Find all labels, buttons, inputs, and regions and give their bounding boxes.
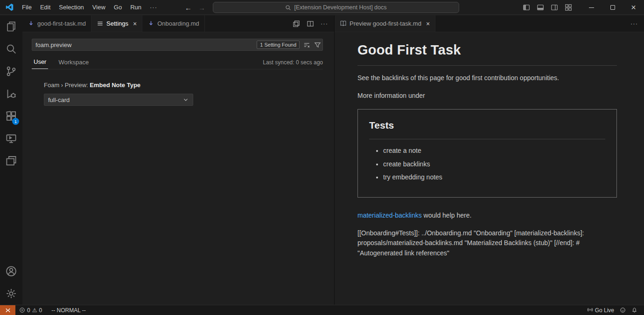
close-button[interactable]: × (623, 0, 644, 15)
menu-view[interactable]: View (88, 0, 110, 14)
settings-scope-tabs: User Workspace Last synced: 0 secs ago (32, 56, 323, 69)
list-item: create backlinks (383, 159, 605, 170)
title-bar: File Edit Selection View Go Run ··· ← → … (0, 0, 644, 15)
setting-item-embed-note-type: Foam › Preview: Embed Note Type full-car… (44, 82, 323, 106)
statusbar-right: Go Live (584, 305, 644, 315)
embedded-note-title: Tests (369, 110, 605, 139)
tab-preview-good-first-task[interactable]: Preview good-first-task.md × (335, 15, 435, 32)
explorer-icon[interactable] (0, 15, 22, 38)
tab-label: good-first-task.md (37, 20, 86, 27)
run-debug-icon[interactable] (0, 82, 22, 105)
setting-name: Embed Note Type (90, 82, 140, 89)
markdown-file-icon (147, 20, 154, 27)
close-tab-icon[interactable]: × (133, 21, 137, 27)
tab-settings[interactable]: Settings × (91, 15, 142, 32)
extensions-icon[interactable]: 1 (0, 105, 22, 127)
menu-edit[interactable]: Edit (36, 0, 55, 14)
link-references-text: [[Onboarding#Tests]]: ../Onboarding.md "… (357, 228, 617, 259)
status-bar: 0 ⚠ 0 -- NORMAL -- Go Live (0, 305, 644, 315)
history-nav: ← → (185, 0, 205, 15)
vscode-window: File Edit Selection View Go Run ··· ← → … (0, 0, 644, 315)
settings-editor: 1 Setting Found User Workspace Last sync… (22, 32, 334, 106)
menu-run[interactable]: Run (126, 0, 146, 14)
vscode-logo-icon (6, 3, 14, 12)
link-tail-text: would help here. (422, 212, 472, 219)
split-editor-icon[interactable] (305, 19, 315, 29)
embedded-note-list: create a note create backlinks try embed… (369, 146, 605, 183)
editor-group-right: Preview good-first-task.md × ··· Good Fi… (334, 15, 644, 305)
tab-onboarding[interactable]: Onboarding.md (142, 15, 205, 32)
markdown-preview: Good First Task See the backlinks of thi… (335, 32, 644, 305)
toggle-primary-sidebar-icon[interactable] (520, 2, 532, 13)
accounts-icon[interactable] (0, 260, 22, 282)
list-item: try embedding notes (383, 172, 605, 183)
warning-icon: ⚠ (32, 307, 37, 314)
toggle-panel-icon[interactable] (534, 2, 546, 13)
extensions-badge: 1 (12, 118, 19, 125)
search-sidebar-icon[interactable] (0, 38, 22, 60)
workbench: 1 good-first-task.md (0, 15, 644, 305)
preview-paragraph: materialized-backlinks would help here. (357, 211, 617, 221)
open-settings-json-icon[interactable] (291, 19, 301, 29)
menu-file[interactable]: File (18, 0, 36, 14)
broadcast-icon (587, 307, 593, 313)
markdown-preview-icon (340, 20, 347, 27)
materialized-backlinks-link[interactable]: materialized-backlinks (357, 212, 422, 219)
embed-note-type-dropdown[interactable]: full-card (44, 94, 193, 106)
markdown-file-icon (28, 20, 35, 27)
tab-label: Settings (106, 20, 128, 27)
go-live-label: Go Live (595, 307, 614, 314)
minimize-button[interactable] (581, 0, 602, 15)
toggle-secondary-sidebar-icon[interactable] (548, 2, 560, 13)
settings-result-count: 1 Setting Found (257, 41, 300, 49)
close-icon: × (631, 3, 636, 13)
settings-gear-icon[interactable] (0, 282, 22, 305)
history-back-icon[interactable]: ← (185, 4, 192, 12)
scope-tab-workspace[interactable]: Workspace (56, 57, 91, 69)
chevron-down-icon (182, 96, 189, 103)
remote-explorer-icon[interactable] (0, 127, 22, 150)
preview-title: Good First Task (357, 40, 617, 66)
vim-mode-status[interactable]: -- NORMAL -- (49, 305, 89, 315)
activity-bar: 1 (0, 15, 22, 305)
maximize-button[interactable] (602, 0, 623, 15)
filter-settings-icon[interactable] (314, 41, 321, 48)
more-actions-icon[interactable]: ··· (629, 19, 639, 29)
source-control-icon[interactable] (0, 60, 22, 82)
maximize-icon (610, 5, 615, 10)
customize-layout-icon[interactable] (562, 2, 574, 13)
tab-bar-right: Preview good-first-task.md × ··· (335, 15, 644, 32)
more-actions-icon[interactable]: ··· (319, 19, 329, 29)
editor-group-left: good-first-task.md Settings × Onboarding… (22, 15, 334, 305)
warning-count: 0 (39, 307, 42, 314)
minimize-icon (589, 7, 594, 8)
go-live-status[interactable]: Go Live (584, 305, 617, 315)
history-forward-icon[interactable]: → (198, 4, 205, 12)
last-synced-label: Last synced: 0 secs ago (263, 59, 323, 69)
problems-status[interactable]: 0 ⚠ 0 (16, 305, 45, 315)
menu-go[interactable]: Go (110, 0, 126, 14)
remote-indicator[interactable] (0, 305, 15, 315)
settings-editor-icon (97, 20, 104, 27)
menu-more-icon[interactable]: ··· (146, 0, 161, 14)
feedback-icon[interactable] (617, 305, 629, 315)
preview-paragraph: More information under (357, 91, 617, 101)
scope-tab-user[interactable]: User (32, 56, 48, 69)
error-icon (19, 307, 25, 313)
dropdown-value: full-card (48, 96, 70, 103)
notifications-bell-icon[interactable] (629, 305, 640, 315)
command-center[interactable]: [Extension Development Host] docs (213, 2, 459, 13)
close-tab-icon[interactable]: × (426, 21, 430, 27)
error-count: 0 (27, 307, 30, 314)
search-icon (285, 5, 291, 11)
setting-category: Foam › Preview: (44, 82, 90, 89)
menu-bar: File Edit Selection View Go Run ··· (18, 0, 161, 14)
tab-label: Preview good-first-task.md (350, 20, 421, 27)
tab-good-first-task[interactable]: good-first-task.md (22, 15, 91, 32)
command-center-label: [Extension Development Host] docs (294, 4, 386, 11)
windows-icon[interactable] (0, 150, 22, 172)
clear-search-results-icon[interactable] (303, 41, 310, 48)
titlebar-controls: × (520, 0, 644, 15)
menu-selection[interactable]: Selection (55, 0, 88, 14)
list-item: create a note (383, 146, 605, 156)
